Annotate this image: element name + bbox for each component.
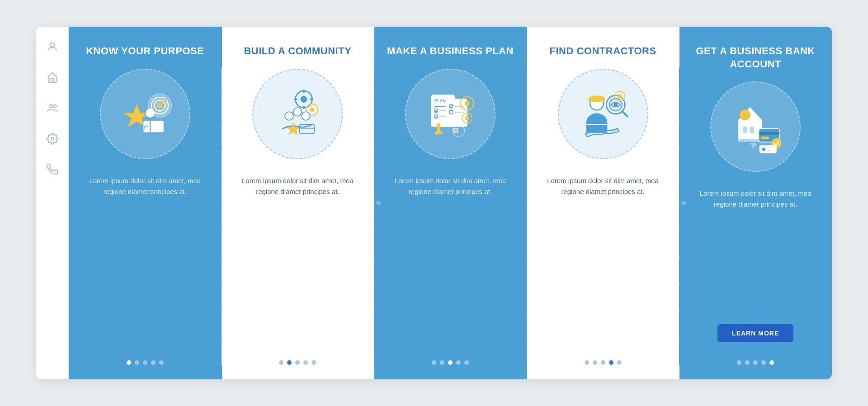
illustration-3: PLAN	[405, 69, 495, 159]
svg-rect-20	[310, 98, 313, 100]
home-icon[interactable]	[45, 70, 60, 85]
illustration-2	[252, 69, 343, 159]
dot	[143, 360, 147, 365]
dot-active	[769, 360, 774, 365]
dots-1	[127, 360, 164, 365]
svg-text:PLAN: PLAN	[434, 99, 446, 103]
svg-rect-68	[759, 132, 780, 135]
illustration-1	[100, 69, 190, 159]
svg-text:$: $	[743, 112, 746, 118]
svg-rect-63	[750, 127, 754, 133]
dot	[135, 360, 139, 365]
card-make-business-plan: MAKE A BUSINESS PLAN PLAN	[374, 27, 527, 379]
card-desc-2: Lorem ipsum dolor sit dim amet, mea regi…	[234, 172, 362, 349]
dot	[464, 360, 469, 365]
dot-active	[287, 360, 292, 365]
dot	[601, 360, 605, 365]
svg-marker-26	[287, 122, 300, 135]
svg-point-44	[465, 116, 469, 120]
svg-point-42	[465, 101, 470, 106]
dot-active	[448, 360, 453, 365]
dots-4	[585, 360, 622, 365]
chevron-4: »	[681, 197, 686, 209]
card-title-2: BUILD A COMMUNITY	[244, 45, 351, 58]
dot	[593, 360, 597, 365]
card-build-a-community: BUILD A COMMUNITY	[222, 27, 374, 379]
dots-5	[737, 360, 774, 365]
dot	[617, 360, 622, 365]
dot	[151, 360, 156, 365]
svg-rect-6	[143, 120, 164, 133]
dot	[745, 360, 750, 365]
svg-point-25	[302, 112, 311, 120]
dot-active	[127, 360, 131, 365]
chevron-1: »	[223, 197, 228, 209]
svg-rect-1	[51, 78, 54, 82]
card-title-3: MAKE A BUSINESS PLAN	[387, 45, 514, 58]
svg-point-0	[50, 42, 54, 47]
svg-point-24	[293, 108, 302, 116]
svg-point-59	[618, 94, 622, 98]
svg-point-56	[613, 103, 618, 107]
card-title-1: KNOW YOUR PURPOSE	[86, 45, 204, 58]
svg-point-75	[753, 146, 755, 148]
svg-rect-64	[739, 139, 762, 142]
svg-point-23	[285, 112, 294, 120]
card-know-your-purpose: KNOW YOUR PURPOSE	[69, 27, 222, 379]
card-find-contractors: FIND CONTRACTORS	[527, 27, 679, 379]
dot-active	[609, 360, 613, 365]
dots-2	[279, 360, 316, 365]
dot	[311, 360, 316, 365]
dot	[761, 360, 766, 365]
svg-line-57	[622, 111, 627, 116]
dot	[737, 360, 741, 365]
svg-point-16	[301, 96, 307, 103]
svg-rect-27	[300, 124, 315, 133]
sidebar	[36, 27, 69, 379]
chevron-2: »	[376, 197, 381, 209]
dot	[753, 360, 758, 365]
cards-container: KNOW YOUR PURPOSE	[69, 27, 832, 379]
svg-rect-52	[588, 99, 605, 101]
svg-rect-17	[303, 90, 305, 93]
dot	[295, 360, 300, 365]
dot	[440, 360, 444, 365]
card-desc-1: Lorem ipsum dolor sit dim amet, mea regi…	[81, 172, 209, 349]
svg-rect-19	[294, 98, 297, 100]
dot	[456, 360, 461, 365]
svg-point-3	[53, 104, 57, 108]
svg-rect-18	[303, 105, 305, 109]
svg-point-72	[762, 148, 765, 151]
card-desc-3: Lorem ipsum dolor sit dim amet, mea regi…	[387, 172, 514, 349]
card-get-business-bank-account: GET A BUSINESS BANK ACCOUNT $	[679, 27, 832, 379]
chevron-3: »	[528, 197, 534, 209]
people-icon[interactable]	[45, 101, 60, 115]
card-desc-4: Lorem ipsum dolor sit dim amet, mea regi…	[539, 172, 667, 349]
settings-icon[interactable]	[45, 132, 60, 146]
svg-rect-69	[761, 137, 769, 139]
card-title-5: GET A BUSINESS BANK ACCOUNT	[692, 45, 819, 71]
card-title-4: FIND CONTRACTORS	[550, 45, 656, 58]
dot	[432, 360, 436, 365]
illustration-4	[558, 69, 648, 159]
svg-point-2	[49, 104, 52, 108]
dot	[585, 360, 589, 365]
svg-rect-62	[743, 127, 747, 133]
svg-point-4	[51, 137, 54, 141]
main-container: KNOW YOUR PURPOSE	[36, 27, 832, 379]
phone-icon[interactable]	[45, 162, 60, 177]
illustration-5: $	[710, 81, 801, 172]
svg-point-22	[310, 108, 314, 112]
card-desc-5: Lorem ipsum dolor sit dim amet, mea regi…	[692, 184, 819, 324]
learn-more-button[interactable]: LEARN MORE	[717, 324, 793, 342]
dot	[303, 360, 308, 365]
dot	[279, 360, 283, 365]
user-icon[interactable]	[45, 39, 60, 54]
dots-3	[432, 360, 469, 365]
svg-point-47	[436, 123, 440, 127]
svg-rect-46	[437, 126, 440, 133]
dot	[159, 360, 164, 365]
